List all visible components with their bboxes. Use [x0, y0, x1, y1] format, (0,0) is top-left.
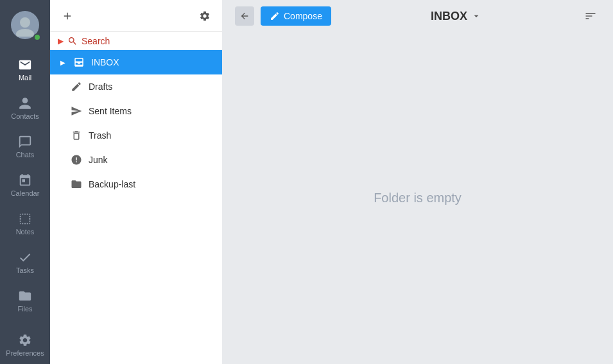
sidebar: Mail Contacts Chats Calendar Notes Tasks [0, 0, 50, 364]
inbox-icon [73, 56, 85, 68]
inbox-title-text: INBOX [431, 10, 467, 23]
folder-item-drafts[interactable]: Drafts [50, 74, 222, 99]
sidebar-item-notes[interactable]: Notes [0, 204, 50, 243]
search-row[interactable]: ▶ Search [50, 32, 222, 50]
add-folder-button[interactable] [58, 6, 77, 26]
header-left: Compose [235, 6, 331, 26]
inbox-title: INBOX [431, 10, 481, 23]
folder-label-backup: Backup-last [89, 179, 135, 189]
folder-label-junk: Junk [89, 155, 108, 165]
svg-point-1 [16, 29, 34, 37]
sidebar-label-chats: Chats [16, 151, 35, 159]
folder-label-trash: Trash [89, 130, 111, 141]
sidebar-item-contacts[interactable]: Contacts [0, 89, 50, 127]
sidebar-label-tasks: Tasks [16, 266, 34, 274]
sidebar-item-files[interactable]: Files [0, 281, 50, 320]
sidebar-label-files: Files [17, 305, 32, 313]
sidebar-label-contacts: Contacts [11, 112, 39, 120]
sidebar-label-preferences: Preferences [6, 349, 44, 357]
compose-button[interactable]: Compose [261, 6, 331, 26]
empty-text: Folder is empty [374, 191, 462, 205]
sent-icon [71, 105, 82, 117]
back-button[interactable] [235, 6, 254, 26]
folder-label-inbox: INBOX [91, 57, 119, 67]
junk-icon [71, 154, 82, 166]
sidebar-label-calendar: Calendar [11, 189, 40, 197]
folder-item-trash[interactable]: Trash [50, 123, 222, 148]
folder-label-drafts: Drafts [89, 82, 112, 92]
settings-button[interactable] [195, 6, 214, 26]
search-arrow: ▶ [58, 37, 64, 46]
sidebar-label-notes: Notes [16, 228, 35, 236]
drafts-icon [71, 81, 82, 92]
expand-arrow-inbox: ▶ [60, 59, 65, 66]
folder-item-junk[interactable]: Junk [50, 148, 222, 172]
folder-panel: ▶ Search ▶ INBOX Drafts Sent Items [50, 0, 222, 364]
folder-icon [71, 178, 82, 190]
sidebar-item-preferences[interactable]: Preferences [0, 325, 50, 364]
search-icon [67, 36, 78, 46]
folder-item-sent[interactable]: Sent Items [50, 99, 222, 123]
sidebar-label-mail: Mail [19, 74, 31, 82]
main-content: Compose INBOX Folder is empty [222, 0, 613, 364]
folder-toolbar [50, 0, 222, 32]
online-status-dot [33, 33, 41, 41]
compose-label: Compose [284, 11, 322, 21]
sidebar-item-chats[interactable]: Chats [0, 127, 50, 166]
folder-label-sent: Sent Items [89, 106, 132, 116]
avatar-container[interactable] [0, 0, 50, 50]
empty-message: Folder is empty [222, 32, 613, 364]
folder-item-backup[interactable]: Backup-last [50, 172, 222, 196]
folder-item-inbox[interactable]: ▶ INBOX [50, 50, 222, 74]
sidebar-item-mail[interactable]: Mail [0, 50, 50, 89]
svg-point-0 [20, 17, 30, 28]
search-label: Search [82, 36, 110, 46]
dropdown-icon[interactable] [471, 11, 481, 21]
trash-icon [71, 130, 82, 141]
sidebar-item-calendar[interactable]: Calendar [0, 166, 50, 204]
folder-list: ▶ INBOX Drafts Sent Items Trash [50, 50, 222, 364]
sidebar-item-tasks[interactable]: Tasks [0, 243, 50, 281]
main-header: Compose INBOX [222, 0, 613, 32]
sort-button[interactable] [581, 6, 600, 26]
